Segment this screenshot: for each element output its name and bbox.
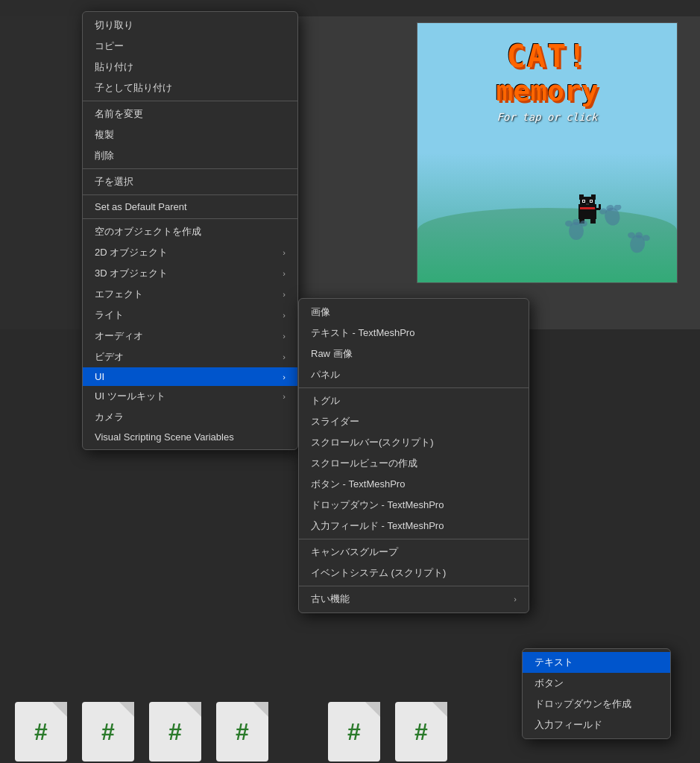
svg-point-17 [580,221,587,227]
svg-rect-3 [591,194,596,200]
submenu-arrow-video: › [283,352,286,361]
menu-item-2d-object[interactable]: 2D オブジェクト › [83,242,297,263]
ui-menu-text-mesh[interactable]: テキスト - TextMeshPro [299,323,529,343]
menu-item-camera[interactable]: カメラ [83,407,297,428]
paw-prints [558,205,662,267]
menu-item-3d-object[interactable]: 3D オブジェクト › [83,263,297,284]
asset-item-boom[interactable]: # boom [15,702,67,763]
separator-3 [83,194,297,195]
ui-submenu: 画像 テキスト - TextMeshPro Raw 画像 パネル トグル スライ… [298,298,529,613]
asset-item-4[interactable]: # [216,702,268,763]
menu-item-ui[interactable]: UI › [83,367,297,386]
menu-item-visual-scripting[interactable]: Visual Scripting Scene Variables [83,428,297,446]
submenu-arrow-2d: › [283,248,286,257]
submenu-arrow-effects: › [283,290,286,299]
menu-item-rename[interactable]: 名前を変更 [83,104,297,124]
ui-menu-slider[interactable]: スライダー [299,411,529,432]
asset-item-2[interactable]: # [82,702,134,763]
svg-point-16 [573,219,580,225]
menu-item-paste[interactable]: 貼り付け [83,57,297,77]
asset-item-3[interactable]: # [149,702,201,763]
menu-item-duplicate[interactable]: 複製 [83,124,297,145]
legacy-menu-button[interactable]: ボタン [523,673,670,694]
ui-menu-inputfield-tmp[interactable]: 入力フィールド - TextMeshPro [299,516,529,536]
asset-icon-2: # [82,702,134,762]
legacy-menu-text[interactable]: テキスト [523,652,670,673]
ui-menu-raw-image[interactable]: Raw 画像 [299,343,529,364]
svg-rect-2 [579,194,584,200]
menu-item-select-children[interactable]: 子を選択 [83,171,297,192]
menu-item-effects[interactable]: エフェクト › [83,284,297,305]
ui-separator-2 [299,539,529,539]
menu-item-create-empty[interactable]: 空のオブジェクトを作成 [83,221,297,242]
menu-item-set-default-parent[interactable]: Set as Default Parent [83,197,297,216]
ui-separator-3 [299,586,529,586]
ui-menu-canvas-group[interactable]: キャンバスグループ [299,542,529,563]
game-title-memory: memory [417,75,677,107]
legacy-arrow: › [514,595,517,604]
submenu-arrow-ui: › [283,373,286,382]
submenu-arrow-lights: › [283,311,286,320]
game-title-cat: CAT! [417,38,677,75]
menu-item-delete[interactable]: 削除 [83,145,297,166]
ui-menu-scroll-view[interactable]: スクロールビューの作成 [299,453,529,474]
menu-item-audio[interactable]: オーディオ › [83,326,297,346]
ui-menu-button-tmp[interactable]: ボタン - TextMeshPro [299,474,529,495]
menu-item-cut[interactable]: 切り取り [83,15,297,36]
menu-item-copy[interactable]: コピー [83,36,297,57]
ui-menu-scrollbar[interactable]: スクロールバー(スクリプト) [299,432,529,453]
menu-item-lights[interactable]: ライト › [83,305,297,326]
separator-2 [83,168,297,169]
ui-menu-panel[interactable]: パネル [299,364,529,385]
asset-icon-scene: # [328,702,380,762]
ui-menu-legacy[interactable]: 古い機能 › [299,589,529,610]
ui-menu-toggle[interactable]: トグル [299,390,529,411]
asset-icon-boom: # [15,702,67,762]
game-title-area: CAT! memory For tap or click [417,23,677,123]
ui-menu-event-system[interactable]: イベントシステム (スクリプト) [299,563,529,583]
ui-menu-image[interactable]: 画像 [299,302,529,323]
submenu-arrow-audio: › [283,332,286,341]
svg-rect-6 [583,200,584,202]
asset-item-spawncfg[interactable]: # Spawncfg [395,702,447,763]
game-preview: CAT! memory For tap or click [417,22,678,283]
asset-icon-spawncfg: # [395,702,447,762]
menu-item-video[interactable]: ビデオ › [83,346,297,367]
submenu-arrow-ui-toolkit: › [283,392,286,401]
game-subtitle: For tap or click [417,111,677,123]
separator-4 [83,218,297,219]
svg-point-15 [565,221,573,227]
submenu-arrow-3d: › [283,269,286,278]
ui-separator-1 [299,387,529,388]
legacy-menu-dropdown[interactable]: ドロップダウンを作成 [523,694,670,715]
legacy-menu-inputfield[interactable]: 入力フィールド [523,715,670,735]
context-menu: 切り取り コピー 貼り付け 子として貼り付け 名前を変更 複製 削除 子を選択 … [82,11,298,450]
menu-item-ui-toolkit[interactable]: UI ツールキット › [83,386,297,407]
separator-1 [83,101,297,101]
legacy-submenu: テキスト ボタン ドロップダウンを作成 入力フィールド [522,648,671,739]
menu-item-paste-child[interactable]: 子として貼り付け [83,77,297,98]
asset-icon-3: # [149,702,201,762]
svg-rect-7 [590,200,592,202]
ui-menu-dropdown-tmp[interactable]: ドロップダウン - TextMeshPro [299,495,529,516]
asset-item-scene[interactable]: # Scene [328,702,380,763]
asset-icon-4: # [216,702,268,762]
